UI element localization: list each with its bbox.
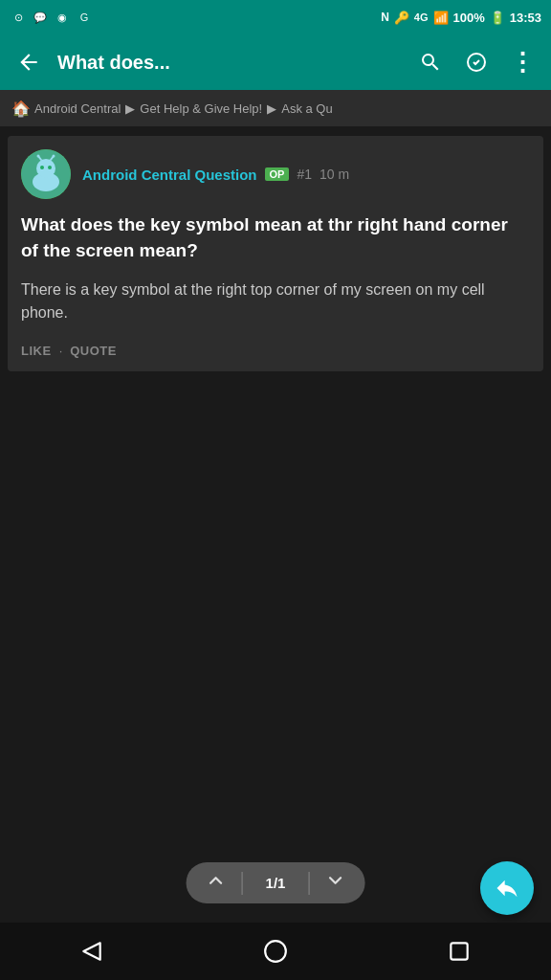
page-title: What does... xyxy=(57,52,402,74)
icon-key: 🔑 xyxy=(394,11,409,25)
breadcrumb-ask-question[interactable]: Ask a Qu xyxy=(281,101,332,116)
svg-point-9 xyxy=(53,155,55,158)
op-badge: OP xyxy=(265,167,290,181)
avatar xyxy=(21,149,71,199)
battery-text: 100% xyxy=(453,11,485,25)
post-author-row: Android Central Question OP #1 10 m xyxy=(82,167,530,183)
nav-recents-button[interactable] xyxy=(436,928,482,974)
icon-nfc: N xyxy=(381,11,389,24)
post-time: 10 m xyxy=(320,167,349,182)
pagination-text: 1/1 xyxy=(258,875,294,891)
breadcrumb-android-central[interactable]: Android Central xyxy=(34,101,121,116)
post-card: Android Central Question OP #1 10 m What… xyxy=(8,136,543,371)
status-bar-left: ⊙ 💬 ◉ G xyxy=(10,9,93,26)
nav-back-button[interactable] xyxy=(69,928,115,974)
status-bar-right: N 🔑 4G 📶 100% 🔋 13:53 xyxy=(381,11,541,25)
status-bar: ⊙ 💬 ◉ G N 🔑 4G 📶 100% 🔋 13:53 xyxy=(0,0,551,34)
action-dot: · xyxy=(59,344,63,358)
bottom-nav xyxy=(0,923,551,980)
post-meta: Android Central Question OP #1 10 m xyxy=(82,167,530,183)
more-button[interactable]: ⋮ xyxy=(505,45,540,79)
icon-4g: 4G xyxy=(414,11,429,23)
time-display: 13:53 xyxy=(510,11,541,25)
post-actions: LIKE · QUOTE xyxy=(21,344,530,358)
svg-marker-10 xyxy=(83,943,99,959)
svg-point-3 xyxy=(36,159,55,178)
quote-button[interactable]: QUOTE xyxy=(70,344,117,358)
svg-rect-12 xyxy=(451,943,467,959)
icon-browser: G xyxy=(76,9,93,26)
pagination-divider-right xyxy=(308,872,309,895)
check-button[interactable] xyxy=(459,45,494,79)
next-page-button[interactable] xyxy=(324,870,345,896)
icon-notification: ⊙ xyxy=(10,9,27,26)
svg-point-8 xyxy=(37,155,40,158)
svg-point-4 xyxy=(40,166,44,169)
reply-fab[interactable] xyxy=(480,861,534,915)
nav-home-button[interactable] xyxy=(253,928,298,974)
icon-signal: 📶 xyxy=(433,11,449,25)
icon-telegram: ◉ xyxy=(54,9,71,26)
icon-battery: 🔋 xyxy=(490,11,505,25)
icon-chat: 💬 xyxy=(32,9,49,26)
breadcrumb-home-icon: 🏠 xyxy=(11,100,31,118)
post-body: There is a key symbol at the right top c… xyxy=(21,278,530,324)
pagination-bar: 1/1 xyxy=(187,862,365,903)
post-title: What does the key symbol mean at thr rig… xyxy=(21,212,530,263)
breadcrumb-get-help[interactable]: Get Help & Give Help! xyxy=(140,101,262,116)
app-bar: What does... ⋮ xyxy=(0,34,551,90)
breadcrumb-sep-1: ▶ xyxy=(125,101,135,116)
breadcrumb-sep-2: ▶ xyxy=(267,101,276,116)
svg-point-11 xyxy=(265,941,286,962)
post-author: Android Central Question xyxy=(82,167,257,183)
back-button[interactable] xyxy=(11,45,46,79)
search-button[interactable] xyxy=(413,45,448,79)
post-number: #1 xyxy=(297,167,312,182)
prev-page-button[interactable] xyxy=(206,870,227,896)
breadcrumb: 🏠 Android Central ▶ Get Help & Give Help… xyxy=(0,90,551,126)
like-button[interactable]: LIKE xyxy=(21,344,52,358)
post-header: Android Central Question OP #1 10 m xyxy=(21,149,530,199)
svg-point-5 xyxy=(48,166,52,169)
pagination-divider-left xyxy=(242,872,243,895)
